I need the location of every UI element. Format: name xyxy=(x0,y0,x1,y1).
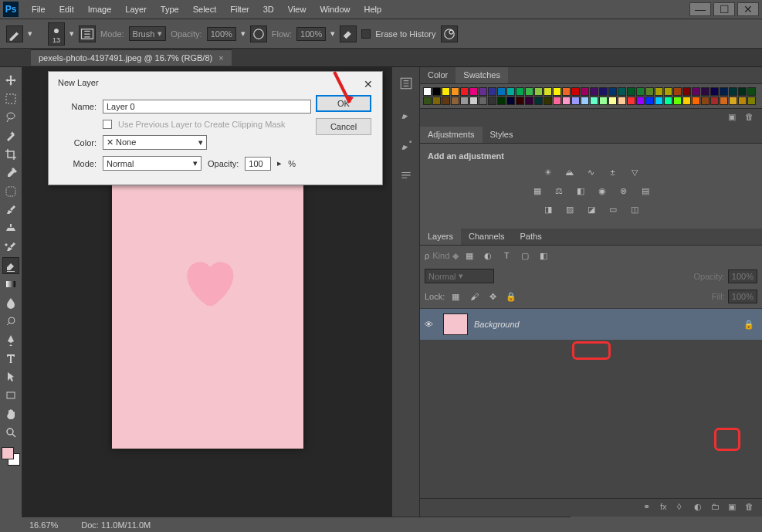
rectangle-tool[interactable] xyxy=(2,387,19,404)
swatch[interactable] xyxy=(673,97,682,105)
menu-layer[interactable]: Layer xyxy=(118,2,154,17)
swatch[interactable] xyxy=(618,87,626,96)
layer-mask-icon[interactable]: ◊ xyxy=(677,502,689,514)
ok-button[interactable]: OK xyxy=(316,95,371,112)
swatch[interactable] xyxy=(562,87,571,96)
paragraph-panel-icon[interactable] xyxy=(398,168,415,185)
filter-shape-icon[interactable]: ▢ xyxy=(517,249,533,263)
history-panel-icon[interactable] xyxy=(398,75,415,92)
healing-brush-tool[interactable] xyxy=(2,183,19,200)
new-group-icon[interactable]: 🗀 xyxy=(711,502,723,514)
styles-tab[interactable]: Styles xyxy=(483,127,521,143)
swatch[interactable] xyxy=(544,97,552,105)
filter-type-icon[interactable]: T xyxy=(499,249,514,263)
swatch[interactable] xyxy=(506,97,515,105)
swatch[interactable] xyxy=(645,87,654,96)
swatch[interactable] xyxy=(636,87,645,96)
brightness-icon[interactable]: ☀ xyxy=(540,165,556,179)
paths-tab[interactable]: Paths xyxy=(513,229,550,245)
menu-edit[interactable]: Edit xyxy=(52,2,81,17)
swatch[interactable] xyxy=(627,97,635,105)
swatch[interactable] xyxy=(442,97,450,105)
swatch[interactable] xyxy=(599,87,608,96)
swatch[interactable] xyxy=(636,97,645,105)
filter-smart-icon[interactable]: ◧ xyxy=(536,249,551,263)
color-tab[interactable]: Color xyxy=(420,67,456,83)
swatch[interactable] xyxy=(645,97,654,105)
close-icon[interactable]: ✕ xyxy=(364,78,373,90)
swatch[interactable] xyxy=(534,97,543,105)
swatch[interactable] xyxy=(710,87,719,96)
swatch[interactable] xyxy=(525,97,533,105)
swatch[interactable] xyxy=(534,87,543,96)
filter-pixel-icon[interactable]: ▦ xyxy=(462,249,477,263)
swatch[interactable] xyxy=(571,97,580,105)
lock-icon[interactable]: 🔒 xyxy=(740,316,757,333)
swatches-tab[interactable]: Swatches xyxy=(456,67,508,83)
tool-preset-icon[interactable] xyxy=(6,25,23,42)
color-lookup-icon[interactable]: ▤ xyxy=(638,184,653,198)
vibrance-icon[interactable]: ▽ xyxy=(627,165,642,179)
swatch[interactable] xyxy=(655,97,663,105)
swatch[interactable] xyxy=(553,87,561,96)
lock-position-icon[interactable]: ✥ xyxy=(485,290,500,303)
swatch[interactable] xyxy=(488,87,496,96)
eraser-tool[interactable] xyxy=(2,257,19,274)
visibility-icon[interactable]: 👁 xyxy=(425,320,437,329)
swatch[interactable] xyxy=(525,87,533,96)
swatch[interactable] xyxy=(590,87,598,96)
swatch[interactable] xyxy=(618,97,626,105)
history-brush-tool[interactable] xyxy=(2,239,19,256)
swatch[interactable] xyxy=(747,87,756,96)
erase-history-checkbox[interactable] xyxy=(361,29,371,39)
swatch[interactable] xyxy=(599,97,608,105)
colorbalance-icon[interactable]: ⚖ xyxy=(551,184,567,198)
swatch[interactable] xyxy=(451,87,459,96)
swatch[interactable] xyxy=(460,97,469,105)
airbrush-icon[interactable] xyxy=(340,25,357,42)
swatch[interactable] xyxy=(664,87,672,96)
menu-type[interactable]: Type xyxy=(154,2,186,17)
swatch[interactable] xyxy=(451,97,459,105)
name-input[interactable] xyxy=(103,100,311,114)
brush-panel-icon[interactable] xyxy=(398,106,415,123)
lasso-tool[interactable] xyxy=(2,109,19,126)
maximize-button[interactable]: ☐ xyxy=(713,2,735,16)
document-canvas[interactable] xyxy=(112,181,303,449)
color-select[interactable]: ✕ None▾ xyxy=(103,135,207,150)
lock-transparency-icon[interactable]: ▦ xyxy=(448,290,463,303)
swatch[interactable] xyxy=(479,97,487,105)
swatch[interactable] xyxy=(692,97,700,105)
swatch[interactable] xyxy=(460,87,469,96)
curves-icon[interactable]: ∿ xyxy=(584,165,599,179)
posterize-icon[interactable]: ▨ xyxy=(562,202,577,216)
pressure-size-icon[interactable] xyxy=(441,25,458,42)
swatch[interactable] xyxy=(497,97,506,105)
menu-file[interactable]: File xyxy=(25,2,52,17)
hue-icon[interactable]: ▦ xyxy=(530,184,545,198)
swatch[interactable] xyxy=(590,97,598,105)
delete-swatch-icon[interactable]: 🗑 xyxy=(745,112,757,124)
cancel-button[interactable]: Cancel xyxy=(316,118,371,135)
swatch[interactable] xyxy=(664,97,672,105)
photo-filter-icon[interactable]: ◉ xyxy=(594,184,610,198)
magic-wand-tool[interactable] xyxy=(2,127,19,144)
foreground-background-colors[interactable] xyxy=(2,447,20,466)
move-tool[interactable] xyxy=(2,72,19,89)
pen-tool[interactable] xyxy=(2,331,19,348)
swatch[interactable] xyxy=(673,87,682,96)
layer-style-icon[interactable]: fx xyxy=(660,502,672,514)
brush-tool[interactable] xyxy=(2,202,19,219)
swatch[interactable] xyxy=(488,97,496,105)
brush-presets-icon[interactable] xyxy=(398,137,415,154)
swatch[interactable] xyxy=(747,97,756,105)
swatch[interactable] xyxy=(423,97,432,105)
foreground-color[interactable] xyxy=(2,447,14,459)
swatch[interactable] xyxy=(581,87,589,96)
swatch[interactable] xyxy=(682,87,691,96)
swatch[interactable] xyxy=(682,97,691,105)
swatch[interactable] xyxy=(544,87,552,96)
menu-select[interactable]: Select xyxy=(186,2,224,17)
menu-help[interactable]: Help xyxy=(357,2,389,17)
adjustments-tab[interactable]: Adjustments xyxy=(420,127,483,143)
